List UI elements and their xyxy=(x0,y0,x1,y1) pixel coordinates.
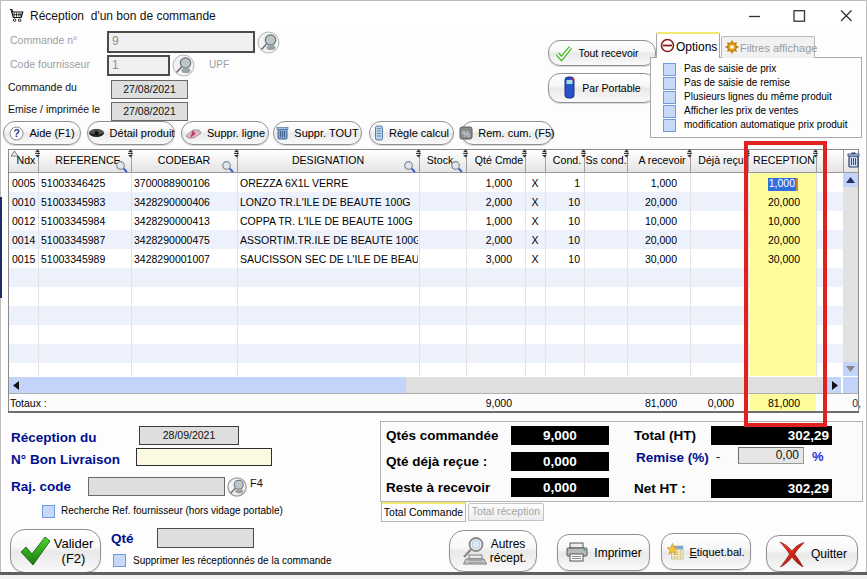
svg-text:?: ? xyxy=(14,127,21,139)
svg-text:%: % xyxy=(462,129,470,139)
